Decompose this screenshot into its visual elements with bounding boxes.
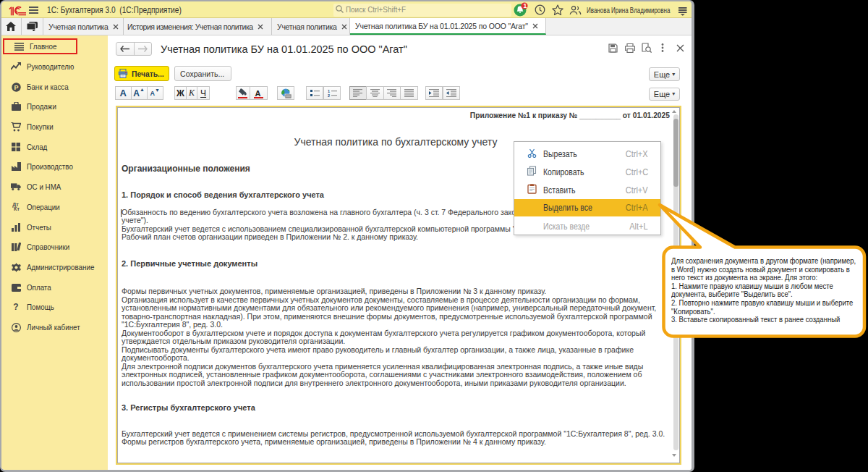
svg-text:P: P bbox=[14, 83, 18, 90]
svg-text:1: 1 bbox=[523, 2, 527, 9]
svg-text:2: 2 bbox=[328, 93, 330, 97]
svg-text:А: А bbox=[255, 88, 260, 97]
